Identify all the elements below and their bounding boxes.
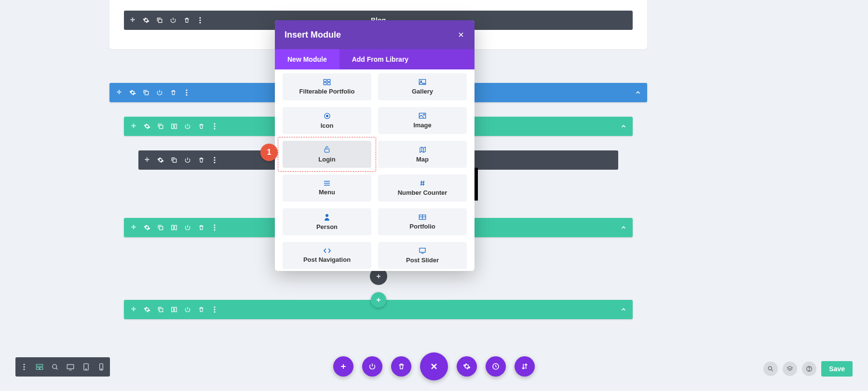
module-option-icon[interactable]: Icon: [283, 107, 371, 134]
module-option-gallery[interactable]: Gallery: [378, 73, 467, 100]
add-row-button[interactable]: [371, 292, 386, 308]
module-option-menu[interactable]: Menu: [283, 175, 371, 202]
svg-rect-33: [327, 82, 330, 85]
power-icon[interactable]: [169, 16, 177, 24]
dock-power-button[interactable]: [362, 356, 382, 377]
more-icon[interactable]: [211, 306, 218, 313]
zoom-icon[interactable]: [51, 363, 59, 371]
module-option-label: Menu: [319, 189, 335, 196]
svg-point-12: [214, 125, 215, 127]
duplicate-icon[interactable]: [156, 16, 163, 24]
svg-point-53: [85, 369, 86, 369]
dock-trash-button[interactable]: [391, 356, 411, 377]
mobile-view-icon[interactable]: [97, 363, 105, 371]
svg-point-44: [23, 364, 25, 365]
more-icon[interactable]: [211, 224, 218, 231]
module-option-login[interactable]: Login: [283, 141, 371, 168]
more-icon[interactable]: [211, 122, 218, 130]
collapse-icon[interactable]: [620, 224, 627, 231]
power-icon[interactable]: [156, 89, 163, 96]
dock-sort-button[interactable]: [515, 356, 535, 377]
wireframe-view-icon[interactable]: [36, 363, 43, 371]
search-button[interactable]: [763, 362, 778, 376]
move-icon[interactable]: [130, 306, 137, 313]
move-icon[interactable]: [129, 16, 136, 24]
power-icon[interactable]: [184, 156, 191, 164]
trash-icon[interactable]: [197, 224, 205, 231]
gear-icon[interactable]: [143, 224, 151, 231]
module-option-number-counter[interactable]: Number Counter: [378, 175, 467, 202]
duplicate-icon[interactable]: [157, 306, 164, 313]
svg-point-5: [186, 89, 187, 91]
module-option-person[interactable]: Person: [283, 208, 371, 235]
trash-icon[interactable]: [197, 122, 205, 130]
collapse-icon[interactable]: [635, 89, 641, 96]
gear-icon[interactable]: [143, 306, 151, 313]
layers-button[interactable]: [783, 362, 797, 376]
more-icon[interactable]: [196, 16, 204, 24]
module-option-label: Post Navigation: [303, 256, 351, 263]
module-option-post-navigation[interactable]: Post Navigation: [283, 242, 371, 269]
tablet-view-icon[interactable]: [82, 363, 90, 371]
svg-rect-31: [327, 80, 330, 82]
power-icon[interactable]: [184, 306, 191, 313]
more-icon[interactable]: [183, 89, 190, 96]
module-option-portfolio[interactable]: Portfolio: [378, 208, 467, 235]
module-option-image[interactable]: Image: [378, 107, 467, 134]
tab-new-module[interactable]: New Module: [275, 49, 339, 69]
trash-icon[interactable]: [183, 16, 190, 24]
move-icon[interactable]: [130, 122, 137, 130]
duplicate-icon[interactable]: [170, 156, 178, 164]
dock-settings-button[interactable]: [457, 356, 477, 377]
power-icon[interactable]: [184, 122, 191, 130]
more-icon[interactable]: [211, 156, 218, 164]
duplicate-icon[interactable]: [157, 122, 164, 130]
dock-add-button[interactable]: [333, 356, 353, 377]
module-option-filterable-portfolio[interactable]: Filterable Portfolio: [283, 73, 371, 100]
trash-icon[interactable]: [197, 306, 205, 313]
trash-icon[interactable]: [197, 156, 205, 164]
module-option-post-slider[interactable]: Post Slider: [378, 242, 467, 269]
move-icon[interactable]: [115, 89, 123, 96]
dock-history-button[interactable]: [486, 356, 506, 377]
builder-dock: [333, 352, 535, 380]
collapse-icon[interactable]: [620, 123, 627, 130]
move-icon[interactable]: [130, 224, 137, 231]
tab-add-from-library[interactable]: Add From Library: [339, 49, 421, 69]
desktop-view-icon[interactable]: [67, 363, 74, 371]
modal-body: Filterable PortfolioGalleryIconImageLogi…: [275, 69, 475, 271]
module-option-label: Portfolio: [409, 223, 435, 230]
module-option-label: Image: [413, 121, 432, 129]
gear-icon[interactable]: [157, 156, 164, 164]
help-button[interactable]: [802, 362, 816, 376]
svg-point-29: [214, 311, 215, 312]
svg-point-39: [423, 114, 425, 116]
columns-icon[interactable]: [170, 224, 178, 231]
more-icon[interactable]: [20, 363, 28, 371]
duplicate-icon[interactable]: [157, 224, 164, 231]
svg-point-59: [809, 370, 810, 370]
svg-rect-51: [67, 364, 73, 369]
svg-point-22: [214, 227, 215, 228]
svg-point-13: [214, 128, 215, 129]
menu-icon: [323, 180, 331, 186]
collapse-icon[interactable]: [620, 306, 627, 313]
gear-icon[interactable]: [129, 89, 136, 96]
svg-rect-8: [160, 125, 163, 129]
gear-icon[interactable]: [142, 16, 150, 24]
dock-close-button[interactable]: [420, 352, 448, 380]
move-icon[interactable]: [143, 156, 151, 164]
save-button[interactable]: Save: [821, 361, 853, 377]
trash-icon[interactable]: [169, 89, 177, 96]
duplicate-icon[interactable]: [142, 89, 150, 96]
gear-icon[interactable]: [143, 122, 151, 130]
svg-point-37: [326, 115, 328, 117]
svg-rect-25: [172, 307, 174, 311]
modal-header: Insert Module: [275, 20, 475, 49]
columns-icon[interactable]: [170, 122, 178, 130]
module-option-map[interactable]: Map: [378, 141, 467, 168]
svg-rect-20: [175, 225, 176, 229]
columns-icon[interactable]: [170, 306, 178, 313]
close-icon[interactable]: [457, 31, 465, 39]
power-icon[interactable]: [184, 224, 191, 231]
